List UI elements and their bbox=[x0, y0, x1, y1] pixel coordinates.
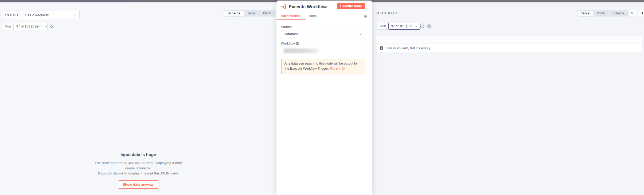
notice-text: Any data you pass into this node will be… bbox=[284, 62, 358, 70]
tab-table[interactable]: Table bbox=[577, 11, 593, 16]
back-label: Run bbox=[9, 0, 17, 1]
workflow-id-input[interactable] bbox=[281, 47, 365, 55]
pin-data-button[interactable] bbox=[638, 10, 644, 17]
output-table-header bbox=[376, 35, 642, 43]
huge-data-title: Input data is huge bbox=[0, 152, 276, 157]
input-panel: INPUT HTTP Request1 Run 97 of 101 (1 ite… bbox=[0, 2, 276, 195]
huge-data-line1: The node contains 0.408 MB of data. Disp… bbox=[94, 160, 182, 171]
input-run-value: 97 of 101 (1 item) bbox=[16, 25, 42, 28]
tab-table[interactable]: Table bbox=[244, 11, 259, 16]
source-select[interactable]: Database bbox=[281, 30, 365, 38]
huge-data-line2: If you do decide to display it, avoid th… bbox=[94, 171, 182, 176]
output-caption: OUTPUT bbox=[376, 11, 399, 15]
output-panel: OUTPUT Table JSON Schema ✎ Run 97 of 101… bbox=[372, 2, 644, 195]
huge-data-warning: Input data is huge The node contains 0.4… bbox=[0, 152, 276, 189]
output-run-value: 97 of 101 (1 it bbox=[391, 24, 411, 28]
tab-docs[interactable]: Docs bbox=[309, 14, 317, 20]
unlink-runs-icon[interactable] bbox=[49, 24, 54, 30]
chevron-down-icon bbox=[415, 25, 418, 28]
show-data-anyway-button[interactable]: Show data anyway bbox=[118, 180, 159, 189]
tab-schema[interactable]: Schema bbox=[609, 11, 628, 16]
chevron-down-icon bbox=[73, 13, 77, 17]
unlink-runs-icon[interactable] bbox=[419, 24, 424, 30]
redacted-value bbox=[284, 49, 318, 53]
input-run-label: Run bbox=[2, 23, 14, 30]
chevron-down-icon bbox=[359, 33, 362, 36]
tab-json[interactable]: JSON bbox=[259, 11, 275, 16]
execute-workflow-node-icon bbox=[281, 4, 286, 10]
node-settings-gear-icon[interactable]: ⚙ bbox=[364, 14, 367, 18]
output-run-label: Run bbox=[377, 23, 388, 30]
info-icon[interactable]: i bbox=[427, 24, 431, 28]
input-view-tabs: Schema Table JSON bbox=[224, 10, 275, 17]
node-notice: Any data you pass into this node will be… bbox=[281, 59, 365, 74]
output-view-tabs: Table JSON Schema bbox=[577, 10, 629, 17]
input-source-select[interactable]: INPUT HTTP Request1 bbox=[2, 11, 80, 19]
workflow-node-icon bbox=[2, 0, 6, 0]
tab-json[interactable]: JSON bbox=[593, 11, 609, 16]
more-info-link[interactable]: More info bbox=[330, 67, 345, 70]
workflow-id-field-label: Workflow ID bbox=[281, 41, 299, 45]
input-caption: INPUT bbox=[2, 11, 22, 19]
back-to-canvas[interactable]: Run bbox=[2, 0, 17, 1]
execute-node-button[interactable]: Execute node bbox=[337, 3, 365, 9]
edit-output-button[interactable]: ✎ bbox=[628, 10, 636, 17]
node-detail-modal: Execute Workflow Execute node Parameters… bbox=[276, 1, 372, 195]
canvas-strip-segment bbox=[133, 0, 644, 2]
empty-item-text: This is an item, but it's empty. bbox=[386, 46, 431, 50]
source-field-label: Source bbox=[281, 25, 292, 29]
pencil-icon: ✎ bbox=[631, 11, 634, 15]
info-icon: i bbox=[380, 46, 383, 50]
pin-icon bbox=[640, 11, 644, 15]
input-source-value: HTTP Request1 bbox=[25, 13, 50, 17]
output-run-select[interactable]: 97 of 101 (1 it bbox=[388, 23, 420, 30]
chevron-down-icon bbox=[45, 25, 47, 28]
output-run-selector[interactable]: Run 97 of 101 (1 it bbox=[377, 23, 420, 30]
tab-schema[interactable]: Schema bbox=[224, 11, 244, 16]
input-run-selector[interactable]: Run 97 of 101 (1 item) bbox=[2, 23, 48, 30]
output-table: i This is an item, but it's empty. bbox=[376, 35, 642, 53]
active-tab-underline bbox=[276, 19, 306, 20]
source-select-value: Database bbox=[284, 32, 299, 36]
empty-item-row: i This is an item, but it's empty. bbox=[376, 43, 642, 53]
